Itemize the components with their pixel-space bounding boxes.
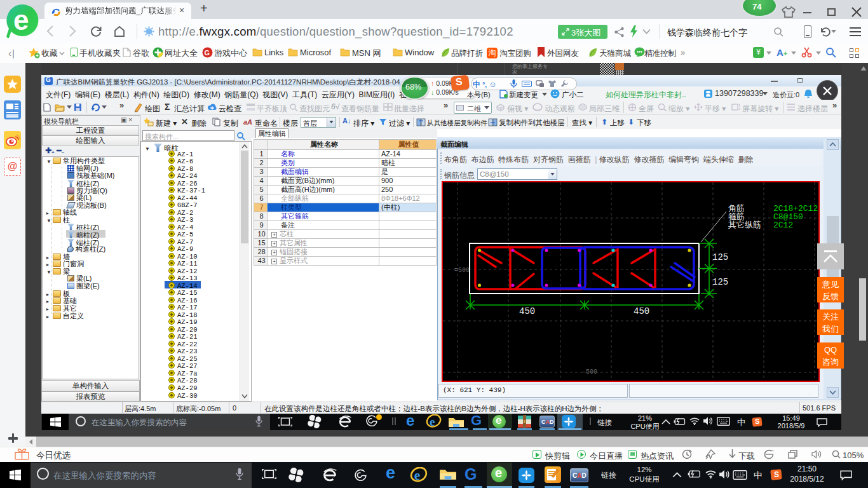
- svg-text:125: 125: [712, 277, 728, 287]
- svg-text:450: 450: [519, 306, 535, 316]
- svg-text:2C12: 2C12: [773, 220, 793, 230]
- svg-text:-500: -500: [582, 369, 597, 376]
- svg-text:e: e: [430, 415, 435, 428]
- svg-text:125: 125: [712, 252, 728, 262]
- svg-text:G: G: [205, 49, 210, 57]
- svg-text:=500: =500: [454, 267, 470, 274]
- svg-text:e: e: [414, 468, 420, 483]
- svg-text:其它纵筋: 其它纵筋: [728, 220, 761, 230]
- svg-text:aA: aA: [243, 118, 252, 126]
- svg-text:e: e: [13, 4, 29, 36]
- svg-text:450: 450: [634, 306, 649, 316]
